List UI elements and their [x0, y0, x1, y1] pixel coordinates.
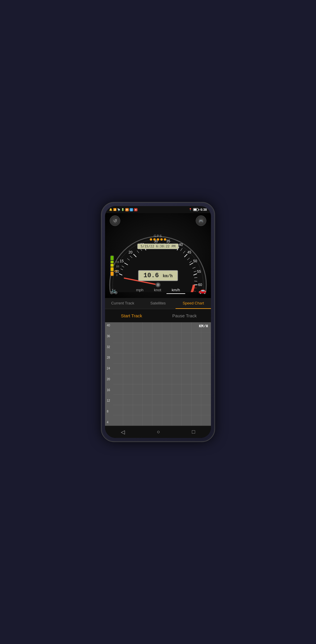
- action-buttons: Start Track Pause Track: [105, 309, 211, 322]
- y-label-24: 24: [107, 367, 110, 370]
- svg-rect-52: [111, 272, 114, 276]
- svg-rect-55: [111, 261, 114, 263]
- unit-tab-kmh[interactable]: km/h: [166, 287, 185, 294]
- datetime-display: 5/15/22 6:38:22 PM: [137, 244, 178, 249]
- unit-tabs: mph knot km/h: [131, 287, 185, 294]
- status-icons-left: 🔔 📶 📡 🔋 ▶ Q ■: [109, 208, 138, 211]
- y-label-28: 28: [107, 356, 110, 359]
- red-app-icon: ■: [134, 208, 138, 211]
- recent-button[interactable]: □: [192, 429, 195, 435]
- gps-label: GPS: [150, 234, 166, 238]
- speed-chart-svg: [113, 322, 211, 426]
- gps-dot-1: [150, 238, 152, 241]
- svg-text:45: 45: [187, 250, 191, 254]
- back-button[interactable]: ◁: [121, 429, 125, 435]
- status-time: 6:38: [200, 208, 207, 211]
- gps-dot-4: [160, 238, 163, 241]
- small-gauge-svg: 0 5 10 15: [107, 253, 131, 282]
- car-icon[interactable]: 🚗: [198, 287, 206, 294]
- nav-tabs: Current Track Satellites Speed Chart: [105, 298, 211, 309]
- y-label-40: 40: [107, 324, 110, 327]
- svg-text:0: 0: [116, 274, 118, 277]
- battery-indicator: [193, 208, 199, 211]
- home-button[interactable]: ○: [157, 429, 160, 435]
- svg-text:35: 35: [166, 239, 170, 243]
- svg-rect-53: [111, 267, 114, 271]
- status-bar: 🔔 📶 📡 🔋 ▶ Q ■ 📍 6:38: [105, 206, 211, 213]
- unit-tab-mph[interactable]: mph: [131, 287, 149, 294]
- y-label-32: 32: [107, 346, 110, 349]
- notification-icon: 🔔: [109, 208, 112, 211]
- svg-rect-54: [111, 264, 114, 267]
- y-label-4: 4: [107, 421, 110, 424]
- start-track-button[interactable]: Start Track: [105, 309, 158, 322]
- gps-dot-5: [164, 238, 166, 241]
- svg-rect-56: [111, 256, 114, 260]
- speedometer-area: ↺ 🎮: [105, 213, 211, 298]
- svg-point-50: [157, 284, 159, 286]
- signal-icon: 📡: [117, 208, 120, 211]
- tab-current-track[interactable]: Current Track: [105, 298, 140, 309]
- orange-app-icon: ▶: [125, 208, 129, 211]
- chart-inner: KM/H 40 36 32 28 24 20 16 12 8 4: [105, 322, 211, 426]
- pause-track-button[interactable]: Pause Track: [158, 309, 211, 322]
- gps-dot-2: [153, 238, 156, 241]
- bottom-nav: ◁ ○ □: [105, 426, 211, 438]
- reset-button[interactable]: ↺: [110, 215, 120, 226]
- y-label-12: 12: [107, 399, 110, 402]
- speed-value: 10.6: [143, 272, 159, 279]
- gps-section: GPS: [150, 234, 166, 241]
- gps-dot-3: [157, 238, 159, 241]
- svg-text:40: 40: [179, 243, 183, 247]
- tab-speed-chart[interactable]: Speed Chart: [176, 298, 211, 309]
- batt-indicator-icon: 🔋: [121, 208, 124, 211]
- chart-area: KM/H 40 36 32 28 24 20 16 12 8 4: [105, 322, 211, 426]
- speed-unit-display: km/h: [163, 274, 173, 278]
- blue-app-icon: Q: [130, 208, 133, 211]
- y-label-16: 16: [107, 389, 110, 392]
- y-label-36: 36: [107, 335, 110, 338]
- navigation-button[interactable]: 🎮: [196, 215, 206, 226]
- y-label-20: 20: [107, 378, 110, 381]
- svg-text:15: 15: [116, 261, 119, 263]
- gps-dots: [150, 238, 166, 241]
- svg-text:55: 55: [197, 270, 201, 274]
- location-icon: 📍: [189, 208, 192, 211]
- phone-device: 🔔 📶 📡 🔋 ▶ Q ■ 📍 6:38 ↺ �: [101, 202, 215, 442]
- small-gauge: 0 5 10 15: [107, 253, 131, 282]
- svg-text:10: 10: [116, 265, 119, 268]
- speedo-controls: ↺ 🎮: [105, 215, 211, 226]
- y-label-8: 8: [107, 410, 110, 413]
- wifi-icon: 📶: [113, 208, 116, 211]
- tab-satellites[interactable]: Satellites: [140, 298, 176, 309]
- svg-text:50: 50: [193, 259, 197, 263]
- phone-screen: 🔔 📶 📡 🔋 ▶ Q ■ 📍 6:38 ↺ �: [105, 206, 211, 438]
- bike-icon[interactable]: 🚲: [110, 287, 118, 294]
- svg-text:60: 60: [198, 283, 202, 287]
- unit-tab-knot[interactable]: knot: [149, 287, 166, 294]
- status-icons-right: 📍 6:38: [189, 208, 207, 211]
- speed-lcd: 10.6 km/h: [138, 270, 178, 281]
- chart-y-labels: 40 36 32 28 24 20 16 12 8 4: [107, 322, 110, 426]
